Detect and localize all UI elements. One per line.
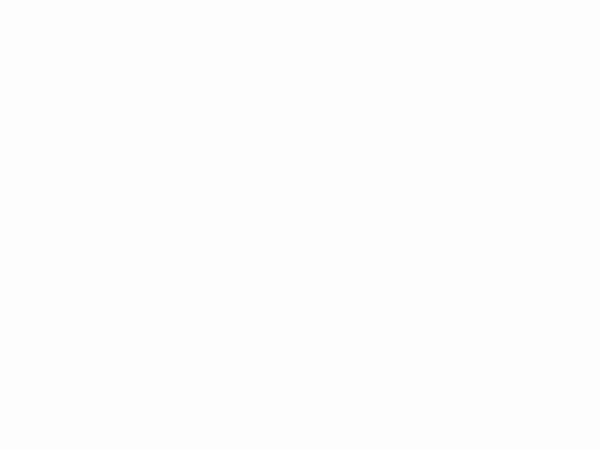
drought-band-chart[interactable]	[0, 0, 600, 190]
soil-moisture-dashboard	[0, 0, 600, 450]
precipitation-line-chart[interactable]	[0, 190, 600, 450]
